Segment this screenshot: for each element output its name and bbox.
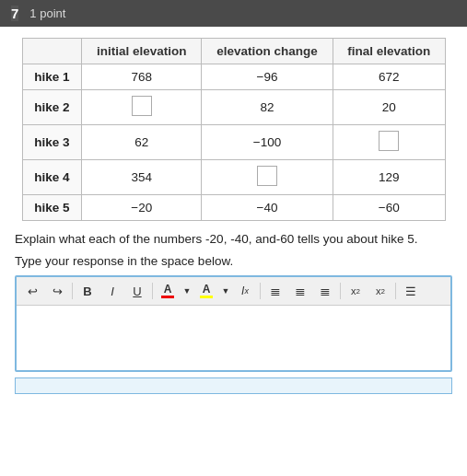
empty-cell <box>132 96 152 116</box>
align-right-button[interactable]: ≣ <box>313 280 337 302</box>
separator-3 <box>260 283 261 299</box>
row-3-cell-2 <box>202 160 333 195</box>
align-left-button[interactable]: ≣ <box>263 280 287 302</box>
editor-body[interactable] <box>17 306 450 370</box>
question-text: Explain what each of the numbers -20, -4… <box>15 230 452 249</box>
highlight-bar <box>200 296 213 298</box>
separator-1 <box>72 283 73 299</box>
row-3-label: hike 4 <box>22 160 82 195</box>
align-center-button[interactable]: ≣ <box>288 280 312 302</box>
bottom-bar <box>15 377 452 394</box>
separator-5 <box>395 283 396 299</box>
instruction-text: Type your response in the space below. <box>15 254 452 268</box>
highlight-dropdown[interactable]: ▼ <box>219 280 232 302</box>
clear-format-button[interactable]: Ix <box>233 280 257 302</box>
text-editor: ↩ ↪ B I U A ▼ A ▼ <box>15 275 452 372</box>
empty-cell <box>379 131 399 151</box>
row-1-cell-2: 82 <box>202 90 333 125</box>
editor-toolbar: ↩ ↪ B I U A ▼ A ▼ <box>17 277 450 306</box>
separator-2 <box>152 283 153 299</box>
row-1-label: hike 2 <box>22 90 82 125</box>
row-0-cell-2: −96 <box>202 64 333 90</box>
font-color-dropdown[interactable]: ▼ <box>181 280 193 302</box>
superscript-button[interactable]: x2 <box>344 280 368 302</box>
row-0-cell-3: 672 <box>333 64 445 90</box>
question-number: 7 <box>11 6 18 21</box>
row-2-cell-3 <box>333 125 445 160</box>
row-1-cell-1 <box>82 90 202 125</box>
row-0-label: hike 1 <box>22 64 82 90</box>
col-header-initial: initial elevation <box>82 39 202 64</box>
highlight-letter: A <box>203 284 211 295</box>
undo-button[interactable]: ↩ <box>20 280 44 302</box>
row-3-cell-1: 354 <box>82 160 202 195</box>
row-4-cell-2: −40 <box>202 195 333 221</box>
row-4-cell-3: −60 <box>333 195 445 221</box>
question-points: 1 point <box>29 6 65 20</box>
col-header-blank <box>22 39 82 64</box>
subscript-button[interactable]: x2 <box>368 280 392 302</box>
font-color-bar <box>161 296 174 298</box>
data-table: initial elevation elevation change final… <box>22 38 446 221</box>
underline-button[interactable]: U <box>125 280 149 302</box>
bold-button[interactable]: B <box>76 280 99 302</box>
font-color-button[interactable]: A <box>156 280 180 302</box>
row-2-label: hike 3 <box>22 125 82 160</box>
row-0-cell-1: 768 <box>82 64 202 90</box>
row-4-label: hike 5 <box>22 195 82 221</box>
redo-button[interactable]: ↪ <box>45 280 69 302</box>
separator-4 <box>340 283 341 299</box>
font-color-letter: A <box>164 284 172 295</box>
row-2-cell-2: −100 <box>202 125 333 160</box>
highlight-button[interactable]: A <box>194 280 218 302</box>
col-header-change: elevation change <box>202 39 333 64</box>
empty-cell <box>257 166 277 186</box>
row-2-cell-1: 62 <box>82 125 202 160</box>
row-3-cell-3: 129 <box>333 160 445 195</box>
content-area: initial elevation elevation change final… <box>0 27 467 401</box>
italic-button[interactable]: I <box>100 280 124 302</box>
col-header-final: final elevation <box>333 39 445 64</box>
row-4-cell-1: −20 <box>82 195 202 221</box>
question-header: 7 1 point <box>0 0 467 27</box>
row-1-cell-3: 20 <box>333 90 445 125</box>
list-button[interactable]: ☰ <box>399 280 423 302</box>
